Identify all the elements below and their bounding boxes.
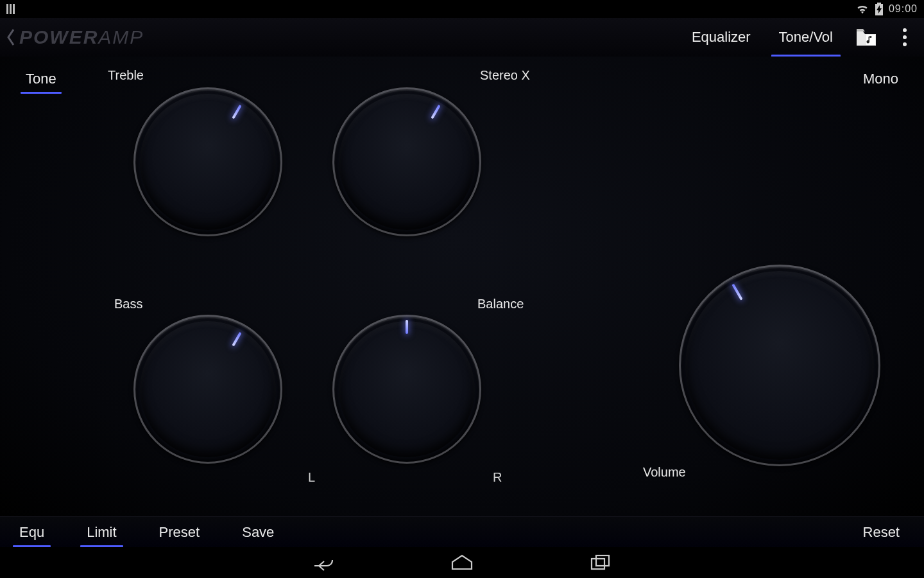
balance-knob[interactable]	[332, 315, 481, 464]
library-folder-icon	[855, 28, 877, 47]
svg-rect-5	[596, 556, 609, 566]
wifi-icon	[855, 3, 869, 15]
android-nav-bar	[0, 547, 924, 578]
status-time: 09:00	[889, 3, 918, 15]
bottom-toolbar: Equ Limit Preset Save Reset	[0, 516, 924, 547]
battery-charging-icon	[875, 3, 884, 15]
tone-vol-panel: Tone Mono Treble Stereo X Bass Balance V…	[0, 57, 924, 516]
balance-left-label: L	[308, 470, 315, 485]
nav-back-icon	[312, 554, 334, 572]
overflow-menu-button[interactable]	[886, 18, 924, 57]
preset-button[interactable]: Preset	[151, 521, 208, 543]
app-title: Poweramp	[19, 26, 144, 48]
app-title-main: Power	[19, 26, 98, 48]
mono-toggle[interactable]: Mono	[858, 68, 903, 90]
svg-rect-1	[10, 4, 12, 14]
app-title-suffix: amp	[98, 26, 144, 48]
overflow-menu-icon	[903, 28, 907, 46]
nav-back-button[interactable]	[309, 548, 338, 577]
svg-rect-4	[592, 559, 604, 569]
tab-tonevol[interactable]: Tone/Vol	[765, 18, 847, 57]
bass-label: Bass	[114, 297, 142, 311]
nav-home-button[interactable]	[447, 548, 477, 577]
volume-knob[interactable]	[679, 265, 880, 466]
back-chevron-icon[interactable]	[4, 18, 18, 57]
treble-knob[interactable]	[133, 87, 282, 236]
treble-label: Treble	[108, 68, 144, 83]
android-status-bar: 09:00	[0, 0, 924, 18]
app-action-bar: Poweramp Equalizer Tone/Vol	[0, 18, 924, 57]
tab-equalizer[interactable]: Equalizer	[678, 18, 765, 57]
equ-button[interactable]: Equ	[12, 521, 52, 543]
status-bars-icon	[6, 4, 19, 14]
volume-label: Volume	[643, 465, 686, 480]
limit-button[interactable]: Limit	[79, 521, 124, 543]
balance-label: Balance	[477, 297, 524, 311]
svg-rect-2	[13, 4, 15, 14]
svg-rect-0	[6, 4, 8, 14]
balance-right-label: R	[493, 470, 502, 485]
nav-home-icon	[450, 554, 474, 572]
stereo-x-knob[interactable]	[332, 87, 481, 236]
tone-toggle[interactable]: Tone	[21, 68, 62, 90]
nav-recent-icon	[590, 554, 611, 571]
stereo-x-label: Stereo X	[480, 68, 530, 83]
save-button[interactable]: Save	[234, 521, 282, 543]
bass-knob[interactable]	[133, 315, 282, 464]
reset-button[interactable]: Reset	[855, 521, 907, 543]
library-button[interactable]	[847, 18, 886, 57]
nav-recent-button[interactable]	[586, 548, 615, 577]
